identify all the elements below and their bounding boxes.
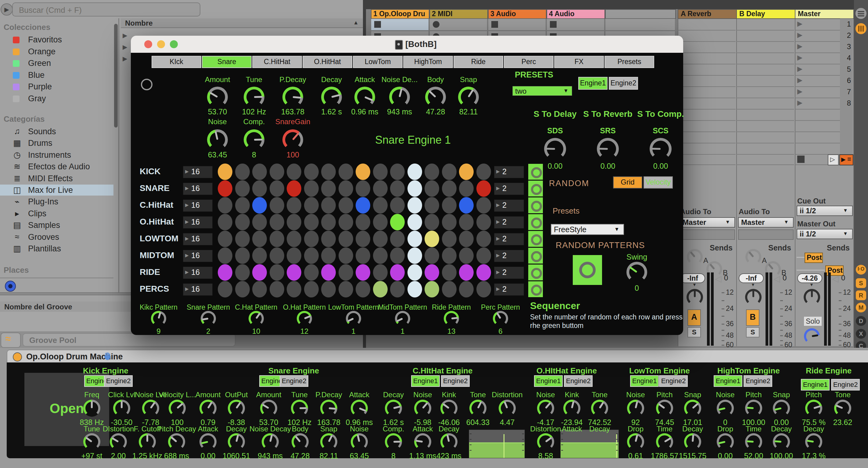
send-a-knob[interactable] <box>687 249 703 265</box>
dev-knob-kick-decay[interactable] <box>228 433 245 450</box>
pattern-knob-8[interactable] <box>493 311 508 326</box>
step-snare-13[interactable] <box>425 180 439 197</box>
step-c.hithat-6[interactable] <box>304 197 319 213</box>
scene-slot[interactable] <box>678 98 736 110</box>
dev-knob-kick-distortion[interactable] <box>110 433 127 450</box>
step-snare-10[interactable] <box>373 180 388 197</box>
pattern-knob-6[interactable] <box>395 311 410 326</box>
dev-knob-kick-click lvl[interactable] <box>113 400 130 417</box>
step-c.hithat-5[interactable] <box>287 197 301 213</box>
step-c.hithat-14[interactable] <box>442 197 457 213</box>
step-c.hithat-8[interactable] <box>339 197 353 213</box>
seq-bars-box[interactable]: ▶2 <box>494 200 524 212</box>
scene-fire-icon[interactable]: ▶ <box>797 54 802 62</box>
step-percs-15[interactable] <box>459 281 474 297</box>
step-kick-12[interactable] <box>407 164 422 180</box>
snare-knob-snap[interactable] <box>458 87 479 107</box>
dev-knob-snare-decay[interactable] <box>385 400 402 417</box>
dev-knob-o.hithat-distortion[interactable] <box>537 433 554 450</box>
seq-row-toggle[interactable] <box>528 281 543 297</box>
step-kick-16[interactable] <box>476 164 491 180</box>
step-kick-14[interactable] <box>442 164 457 180</box>
step-percs-12[interactable] <box>407 281 422 297</box>
snare-knob-comp.[interactable] <box>244 129 265 150</box>
scene-slot[interactable] <box>736 41 794 53</box>
step-o.hithat-6[interactable] <box>304 214 319 230</box>
engine1-button[interactable]: Engine1 <box>411 375 440 387</box>
tab-presets[interactable]: Presets <box>604 56 654 68</box>
engine2-button[interactable]: Engine2 <box>831 379 860 390</box>
step-kick-6[interactable] <box>304 164 319 180</box>
step-o.hithat-9[interactable] <box>355 214 370 230</box>
step-c.hithat-2[interactable] <box>235 197 250 213</box>
step-lowtom-9[interactable] <box>355 231 370 247</box>
step-percs-1[interactable] <box>218 281 232 297</box>
step-snare-1[interactable] <box>218 180 232 197</box>
grid-button[interactable]: Grid <box>613 176 642 188</box>
step-midtom-15[interactable] <box>459 247 474 264</box>
dev-knob-hightom-decay[interactable] <box>773 433 790 450</box>
engine2-button[interactable]: Engine2 <box>441 375 470 387</box>
step-snare-9[interactable] <box>355 180 370 197</box>
step-ride-8[interactable] <box>339 264 353 281</box>
scene-fire-icon[interactable]: ▶ <box>797 20 802 28</box>
scene-fire-icon[interactable]: ▶ <box>797 99 802 107</box>
step-lowtom-15[interactable] <box>459 231 474 247</box>
snare-knob-decay[interactable] <box>321 87 342 107</box>
seq-length-box[interactable]: ▶16 <box>183 267 213 279</box>
crossfade-assign-a[interactable]: A <box>687 309 701 326</box>
step-midtom-10[interactable] <box>373 247 388 264</box>
step-ride-10[interactable] <box>373 264 388 281</box>
dev-knob-c.hithat-distortion[interactable] <box>499 400 516 417</box>
fader-handle-icon[interactable]: ◁ <box>715 274 722 284</box>
dev-knob-c.hithat-decay[interactable] <box>440 433 458 450</box>
step-percs-9[interactable] <box>355 281 370 297</box>
step-percs-7[interactable] <box>321 281 336 297</box>
step-o.hithat-8[interactable] <box>339 214 353 230</box>
step-kick-8[interactable] <box>339 164 353 180</box>
step-c.hithat-16[interactable] <box>476 197 491 213</box>
step-midtom-6[interactable] <box>304 247 319 264</box>
dev-knob-c.hithat-attack[interactable] <box>414 433 431 450</box>
scene-slot[interactable] <box>678 131 736 143</box>
pattern-knob-3[interactable] <box>249 311 264 326</box>
session-record-button[interactable]: ▶≡ <box>839 154 854 165</box>
step-ride-4[interactable] <box>270 264 284 281</box>
step-snare-16[interactable] <box>476 180 491 197</box>
dev-knob-ride-pitch[interactable] <box>805 400 822 417</box>
rail-badge-m[interactable]: M <box>856 303 866 313</box>
dev-knob-hightom-drop[interactable] <box>717 433 734 450</box>
dev-knob-snare-body[interactable] <box>291 433 309 450</box>
volume-value[interactable]: -Inf <box>680 273 705 283</box>
cue-out-dropdown[interactable]: ii 1/2▼ <box>797 206 853 216</box>
send-a-knob[interactable] <box>745 249 761 265</box>
step-snare-7[interactable] <box>321 180 336 197</box>
step-c.hithat-3[interactable] <box>252 197 267 213</box>
dev-knob-snare-noise[interactable] <box>351 433 368 450</box>
dev-knob-hightom-snap[interactable] <box>773 400 790 417</box>
fader-bar[interactable] <box>824 272 827 346</box>
seq-length-box[interactable]: ▶16 <box>183 233 213 245</box>
scene-slot[interactable] <box>736 64 794 76</box>
step-kick-13[interactable] <box>425 164 439 180</box>
dev-knob-lowtom-noise[interactable] <box>627 400 644 417</box>
seq-length-box[interactable]: ▶16 <box>183 250 213 262</box>
volume-value[interactable]: -Inf <box>739 273 764 283</box>
fader-bar[interactable] <box>711 272 714 346</box>
dev-knob-snare-amount[interactable] <box>260 400 277 417</box>
step-o.hithat-12[interactable] <box>407 214 422 230</box>
hand-drag-icon[interactable] <box>102 351 112 362</box>
scene-slot[interactable] <box>736 98 794 110</box>
master-solo-button[interactable]: Solo <box>803 316 822 326</box>
step-kick-10[interactable] <box>373 164 388 180</box>
step-lowtom-4[interactable] <box>270 231 284 247</box>
step-percs-11[interactable] <box>390 281 405 297</box>
seq-length-box[interactable]: ▶16 <box>183 200 213 212</box>
dev-knob-kick-attack[interactable] <box>199 433 217 450</box>
dev-knob-kick-velocity l...[interactable] <box>169 400 186 417</box>
scene-slot[interactable] <box>678 143 736 155</box>
step-kick-2[interactable] <box>235 164 250 180</box>
snare-knob-noise de...[interactable] <box>389 87 410 107</box>
menu-icon[interactable] <box>856 8 866 19</box>
step-lowtom-11[interactable] <box>390 231 405 247</box>
